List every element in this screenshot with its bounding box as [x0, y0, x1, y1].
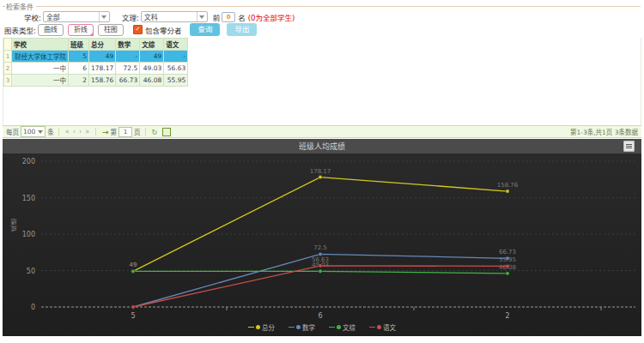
last-page-button[interactable]: » — [85, 128, 89, 135]
row-number-header — [4, 39, 12, 51]
svg-text:2: 2 — [505, 312, 509, 320]
svg-text:5: 5 — [131, 312, 135, 320]
table-row[interactable]: 2 一中 6 178.17 72.5 49.03 56.63 — [4, 63, 188, 75]
chevron-down-icon — [197, 12, 207, 21]
cell-class: 2 — [69, 75, 89, 87]
top-n-suffix: 名 — [238, 12, 246, 22]
page-prefix: 第 — [111, 127, 118, 136]
cell-class: 6 — [69, 63, 89, 75]
chart-title-bar: 班级人均成绩 — [3, 139, 641, 153]
svg-text:6: 6 — [318, 312, 322, 320]
go-page-icon[interactable]: → — [102, 128, 109, 136]
cell-class: 5 — [69, 51, 89, 63]
per-page-value: 100 — [23, 128, 35, 135]
top-n-label: 前 — [213, 12, 221, 22]
per-page-label: 每页 — [6, 127, 19, 136]
chart-canvas: 05010015020056249178.17158.7672.566.7349… — [3, 153, 641, 336]
divider — [58, 128, 59, 135]
score-chart: 班级人均成绩 成绩 05010015020056249178.17158.767… — [3, 139, 641, 336]
col-arts[interactable]: 文综 — [140, 39, 164, 51]
svg-text:56.63: 56.63 — [312, 256, 329, 263]
cell-school: 一中 — [12, 63, 69, 75]
results-grid: 学校 班级 总分 数学 文综 语文 1 财经大学体工学院 5 49 - 49 -… — [3, 38, 641, 125]
svg-text:49: 49 — [130, 262, 137, 268]
cell-school: 财经大学体工学院 — [12, 51, 69, 63]
cell-arts: 49 — [140, 51, 164, 63]
chart-type-line-button[interactable]: 折线 — [68, 24, 94, 36]
col-class[interactable]: 班级 — [69, 39, 89, 51]
track-select-value: 文科 — [144, 12, 158, 21]
chart-legend: 总分数学文综语文 — [3, 322, 641, 332]
include-zero-checkbox[interactable]: ✓ — [133, 25, 143, 34]
top-n-note: (0为全部学生) — [248, 12, 295, 22]
cell-math: 72.5 — [116, 63, 140, 75]
per-page-unit: 条 — [47, 127, 54, 136]
svg-text:200: 200 — [22, 158, 35, 165]
page-suffix: 页 — [134, 127, 141, 136]
fieldset-divider — [36, 6, 641, 7]
col-math[interactable]: 数学 — [116, 39, 140, 51]
refresh-icon[interactable]: ↻ — [152, 128, 158, 136]
school-label: 学校: — [24, 12, 41, 22]
chevron-down-icon — [38, 130, 43, 134]
school-select-value: 全部 — [46, 12, 60, 21]
cell-total: 178.17 — [89, 63, 116, 75]
svg-text:55.95: 55.95 — [499, 256, 516, 263]
chevron-down-icon — [99, 12, 109, 21]
svg-text:178.17: 178.17 — [310, 168, 331, 175]
legend-item[interactable]: 语文 — [369, 322, 396, 332]
legend-item[interactable]: 数学 — [289, 322, 315, 332]
svg-text:66.73: 66.73 — [499, 249, 516, 256]
chart-title: 班级人均成绩 — [299, 141, 345, 152]
results-table: 学校 班级 总分 数学 文综 语文 1 财经大学体工学院 5 49 - 49 -… — [3, 38, 188, 87]
include-zero-label: 包含零分者 — [145, 25, 182, 35]
record-summary: 第1-3条,共1页 3条数据 — [570, 127, 638, 136]
chart-menu-icon[interactable] — [623, 141, 635, 152]
divider — [95, 128, 96, 135]
svg-text:0: 0 — [31, 304, 35, 311]
svg-text:158.76: 158.76 — [497, 182, 519, 189]
chart-type-label: 图表类型: — [4, 25, 36, 35]
cell-arts: 49.03 — [140, 63, 164, 75]
table-row[interactable]: 3 一中 2 158.76 66.73 46.08 55.95 — [4, 75, 188, 87]
fieldset-header: - 检索条件 — [3, 2, 641, 10]
row-number: 2 — [4, 63, 12, 75]
legend-item[interactable]: 总分 — [248, 322, 275, 332]
next-page-button[interactable]: › — [79, 128, 82, 135]
search-panel: - 检索条件 学校: 全部 文理: 文科 前 名 (0为全部学生) 图表类型: … — [0, 0, 644, 36]
top-n-input[interactable] — [222, 12, 235, 22]
col-chinese[interactable]: 语文 — [164, 39, 188, 51]
svg-text:100: 100 — [22, 231, 35, 238]
cell-chinese: - — [164, 51, 188, 63]
export-button[interactable]: 导出 — [227, 23, 257, 36]
prev-page-button[interactable]: ‹ — [73, 128, 76, 135]
cell-math: - — [116, 51, 140, 63]
per-page-select[interactable]: 100 — [21, 126, 46, 137]
pagination-bar: 每页 100 条 « ‹ › » → 第 页 ↻ 第1-3条,共1页 3条数据 — [3, 125, 641, 138]
svg-text:150: 150 — [22, 195, 35, 202]
cell-arts: 46.08 — [140, 75, 164, 87]
row-number: 1 — [4, 51, 12, 63]
resize-grid-icon[interactable] — [162, 128, 171, 136]
col-total[interactable]: 总分 — [89, 39, 116, 51]
cell-school: 一中 — [12, 75, 69, 87]
chart-type-curve-button[interactable]: 曲线 — [38, 24, 64, 36]
query-button[interactable]: 查询 — [190, 23, 220, 36]
collapse-icon[interactable]: - — [3, 3, 5, 10]
track-label: 文理: — [122, 12, 139, 22]
cell-math: 66.73 — [116, 75, 140, 87]
school-select[interactable]: 全部 — [43, 11, 110, 22]
fieldset-label: 检索条件 — [6, 2, 33, 11]
cell-chinese: 56.63 — [164, 63, 188, 75]
chart-type-bar-button[interactable]: 柱图 — [98, 24, 124, 36]
legend-item[interactable]: 文综 — [329, 322, 355, 332]
svg-text:50: 50 — [27, 268, 35, 275]
cell-total: 49 — [89, 51, 116, 63]
divider — [145, 128, 146, 135]
col-school[interactable]: 学校 — [12, 39, 69, 51]
cell-total: 158.76 — [89, 75, 116, 87]
track-select[interactable]: 文科 — [141, 11, 208, 22]
first-page-button[interactable]: « — [65, 128, 70, 135]
table-row[interactable]: 1 财经大学体工学院 5 49 - 49 - — [4, 51, 188, 63]
page-number-input[interactable] — [118, 127, 132, 137]
